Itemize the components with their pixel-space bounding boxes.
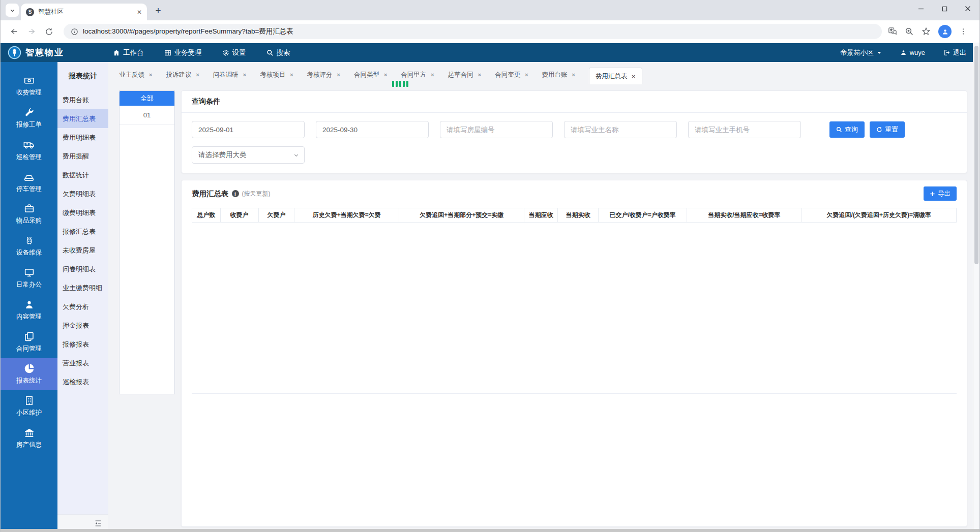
window-maximize-button[interactable]	[933, 0, 956, 17]
sidebar-item-community[interactable]: 小区维护	[1, 390, 57, 422]
end-date-input[interactable]	[316, 121, 429, 138]
app-topbar-right: 帝景苑小区 wuye 退出	[841, 48, 966, 57]
bookmark-star-icon[interactable]	[922, 27, 931, 36]
export-button[interactable]: 导出	[924, 186, 957, 201]
page-tab[interactable]: 问卷调研✕	[213, 68, 247, 79]
submenu-item[interactable]: 数据统计	[57, 166, 108, 184]
submenu-item-active[interactable]: 费用汇总表	[57, 109, 108, 128]
user-menu[interactable]: wuye	[900, 49, 925, 56]
page-tab[interactable]: 合同甲方✕	[401, 68, 434, 79]
page-tab[interactable]: 合同变更✕	[495, 68, 528, 79]
submenu-item[interactable]: 费用提醒	[57, 147, 108, 166]
monitor-icon	[24, 267, 35, 278]
caret-down-icon	[877, 50, 882, 55]
submenu-item[interactable]: 费用明细表	[57, 128, 108, 147]
page-tab[interactable]: 起草合同✕	[448, 68, 482, 79]
sidebar-item-content[interactable]: 内容管理	[1, 294, 57, 326]
fee-type-all-button[interactable]: 全部	[120, 91, 174, 106]
tab-close-icon[interactable]: ✕	[631, 74, 635, 79]
page-tab[interactable]: 考核项目✕	[260, 68, 293, 79]
tab-close-icon[interactable]: ✕	[289, 72, 293, 78]
sidebar-item-reports[interactable]: 报表统计	[1, 358, 57, 390]
zoom-icon[interactable]	[905, 27, 914, 36]
start-date-input[interactable]	[192, 121, 305, 138]
tab-close-icon[interactable]: ✕	[195, 72, 199, 78]
sidebar-item-office[interactable]: 日常办公	[1, 262, 57, 294]
tab-close-icon[interactable]: ✕	[478, 72, 482, 78]
sidebar-item-maintenance[interactable]: 设备维保	[1, 230, 57, 262]
plus-icon	[930, 191, 935, 197]
logout-button[interactable]: 退出	[943, 48, 966, 57]
url-text: localhost:3000/#/pages/property/reportFe…	[83, 27, 293, 36]
sidebar-item-charge[interactable]: 收费管理	[1, 70, 57, 102]
window-minimize-button[interactable]	[909, 0, 933, 17]
owner-phone-input[interactable]	[688, 121, 801, 138]
collapse-menu-icon[interactable]	[94, 519, 102, 527]
house-number-input[interactable]	[440, 121, 553, 138]
submenu-item[interactable]: 报修报表	[57, 335, 108, 354]
submenu-item[interactable]: 营业报表	[57, 354, 108, 372]
sidebar-item-patrol[interactable]: 巡检管理	[1, 134, 57, 166]
sidebar-item-contract[interactable]: 合同管理	[1, 326, 57, 358]
tab-close-icon[interactable]: ✕	[137, 9, 142, 15]
owner-name-input[interactable]	[564, 121, 677, 138]
address-bar[interactable]: localhost:3000/#/pages/property/reportFe…	[64, 24, 882, 39]
tab-close-icon[interactable]: ✕	[430, 72, 434, 78]
submenu-item[interactable]: 巡检报表	[57, 372, 108, 391]
menu-item-business[interactable]: 业务受理	[164, 48, 202, 57]
sidebar-item-parking[interactable]: 停车管理	[1, 166, 57, 198]
menu-item-search[interactable]: 搜索	[266, 48, 290, 57]
fee-category-select[interactable]: 请选择费用大类	[192, 146, 305, 164]
loading-indicator	[392, 81, 408, 87]
scrollbar-thumb[interactable]	[974, 46, 978, 264]
page-tab[interactable]: 投诉建议✕	[166, 68, 199, 79]
car-icon	[23, 171, 35, 182]
page-scrollbar[interactable]	[973, 43, 979, 529]
sidebar-item-repair[interactable]: 报修工单	[1, 102, 57, 134]
update-note: (按天更新)	[242, 190, 271, 198]
submenu-item[interactable]: 未收费房屋	[57, 241, 108, 260]
page-tab[interactable]: 业主反馈✕	[119, 68, 153, 79]
fee-type-item[interactable]: 01	[120, 106, 174, 125]
submenu-item[interactable]: 报修汇总表	[57, 222, 108, 241]
sidebar-item-property[interactable]: 房产信息	[1, 422, 57, 454]
translate-icon[interactable]	[888, 27, 897, 36]
menu-item-settings[interactable]: 设置	[222, 48, 246, 57]
app-logo-icon	[8, 46, 21, 59]
submenu-item[interactable]: 问卷明细表	[57, 260, 108, 278]
community-selector[interactable]: 帝景苑小区	[841, 48, 882, 57]
back-button[interactable]	[7, 24, 22, 39]
tab-close-icon[interactable]: ✕	[524, 72, 528, 78]
tab-close-icon[interactable]: ✕	[572, 72, 576, 78]
new-tab-button[interactable]: +	[151, 4, 165, 18]
page-tab[interactable]: 合同类型✕	[354, 68, 388, 79]
tab-search-button[interactable]	[6, 4, 19, 17]
tab-close-icon[interactable]: ✕	[337, 72, 341, 78]
info-icon[interactable]: i	[232, 190, 239, 197]
tab-close-icon[interactable]: ✕	[383, 72, 388, 78]
search-button[interactable]: 查询	[829, 121, 865, 138]
submenu-item[interactable]: 费用台账	[57, 90, 108, 109]
page-tab-active[interactable]: 费用汇总表✕	[589, 68, 642, 84]
forward-button[interactable]	[24, 24, 39, 39]
page-tab[interactable]: 考核评分✕	[307, 68, 341, 79]
browser-tab[interactable]: S 智慧社区 ✕	[21, 4, 147, 20]
menu-kebab-icon[interactable]	[959, 27, 967, 36]
tab-close-icon[interactable]: ✕	[149, 72, 153, 78]
tab-close-icon[interactable]: ✕	[243, 72, 247, 78]
query-card-title: 查询条件	[182, 91, 967, 113]
reload-button[interactable]	[41, 24, 56, 39]
submenu-item[interactable]: 押金报表	[57, 316, 108, 335]
sidebar-item-procurement[interactable]: 物品采购	[1, 198, 57, 230]
menu-item-workbench[interactable]: 工作台	[113, 48, 144, 57]
submenu-item[interactable]: 欠费分析	[57, 297, 108, 316]
reset-button[interactable]: 重置	[870, 121, 905, 138]
page-info-icon[interactable]	[71, 28, 78, 36]
submenu-item[interactable]: 业主缴费明细	[57, 278, 108, 297]
submenu-item[interactable]: 缴费明细表	[57, 203, 108, 222]
window-close-button[interactable]	[956, 0, 979, 17]
page-tab[interactable]: 费用台账✕	[542, 68, 576, 79]
profile-avatar[interactable]	[938, 25, 952, 38]
chevron-down-icon	[293, 152, 299, 158]
submenu-item[interactable]: 欠费明细表	[57, 184, 108, 203]
